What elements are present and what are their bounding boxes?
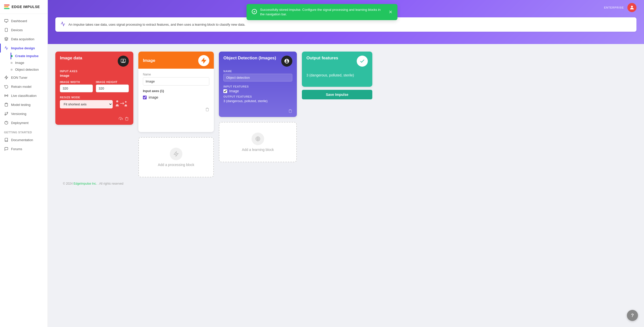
sidebar: EDGE IMPULSE Dashboard Devices Data acqu… (0, 0, 48, 327)
od-delete-button[interactable] (288, 109, 292, 114)
sidebar-item-image-label: Image (15, 61, 24, 65)
output-features-value: 3 (dangerous, polluted, sterile) (306, 73, 368, 77)
od-card-footer (219, 107, 297, 117)
add-learning-block-label: Add a learning block (242, 148, 274, 152)
save-impulse-button[interactable]: Save Impulse (302, 90, 372, 99)
sidebar-item-model-testing[interactable]: Model testing (0, 100, 48, 109)
enterprise-badge: ENTERPRISE (604, 6, 624, 9)
monitor-icon (4, 19, 9, 23)
image-height-input[interactable] (96, 85, 129, 92)
image-data-delete-button[interactable] (125, 117, 129, 122)
output-card-body: 3 (dangerous, polluted, sterile) (302, 69, 372, 85)
svg-rect-3 (5, 28, 7, 31)
svg-point-19 (125, 101, 127, 103)
package-icon (4, 120, 9, 125)
help-button[interactable]: ? (627, 310, 638, 321)
image-name-label: Name (143, 73, 209, 76)
image-name-input[interactable] (143, 77, 209, 86)
sidebar-item-object-detection[interactable]: Object detection (11, 66, 48, 73)
svg-marker-21 (202, 58, 206, 63)
image-card-icon (198, 55, 209, 66)
sidebar-item-forums-label: Forums (11, 147, 22, 151)
image-data-title: Image data (60, 56, 82, 61)
image-card-delete-button[interactable] (205, 107, 209, 112)
image-data-card: Image data Input axes image Image width (55, 52, 133, 125)
object-detection-card-header: Object Detection (Images) (219, 52, 297, 70)
output-features-card: Output features 3 (dangerous, polluted, … (302, 52, 372, 87)
image-processing-card: Image Name Input axes (1) image (138, 52, 214, 132)
od-input-features-item: Image (229, 89, 239, 93)
od-input-features-checkbox[interactable] (223, 89, 227, 93)
impulse-design-subnav: Create impulse Image Object detection (0, 53, 48, 73)
sidebar-item-dashboard[interactable]: Dashboard (0, 16, 48, 25)
activity-icon (4, 46, 9, 50)
add-processing-icon (170, 148, 182, 160)
resize-mode-select[interactable]: Fit shortest axis Fit longest axis Squas… (60, 100, 113, 108)
sidebar-item-object-detection-label: Object detection (15, 68, 39, 71)
sidebar-item-deployment-label: Deployment (11, 121, 28, 125)
sidebar-item-deployment[interactable]: Deployment (0, 118, 48, 127)
svg-marker-5 (5, 37, 8, 39)
learning-blocks-section: Object Detection (Images) Name Input fea… (219, 52, 297, 162)
image-height-label: Image height (96, 80, 129, 84)
page-footer: © 2024 EdgeImpulse Inc. . All rights res… (55, 177, 636, 190)
sidebar-item-data-acquisition[interactable]: Data acquisition (0, 34, 48, 44)
sidebar-item-retrain-model-label: Retrain model (11, 85, 31, 89)
od-input-features-label: Input features (223, 85, 292, 88)
add-processing-block-label: Add a processing block (158, 163, 194, 167)
image-data-card-footer (55, 115, 133, 125)
svg-point-11 (5, 114, 6, 115)
svg-point-7 (6, 95, 7, 96)
getting-started-label: GETTING STARTED (0, 127, 48, 135)
create-impulse-dot (11, 55, 13, 57)
app-title: EDGE IMPULSE (12, 5, 40, 9)
sidebar-item-data-acquisition-label: Data acquisition (11, 37, 34, 41)
sidebar-item-retrain-model[interactable]: Retrain model (0, 82, 48, 91)
sidebar-logo: EDGE IMPULSE (0, 0, 48, 14)
toast-close-button[interactable]: ✕ (389, 9, 392, 15)
svg-line-12 (6, 121, 7, 122)
sidebar-item-versioning[interactable]: Versioning (0, 109, 48, 118)
info-banner-text: An impulse takes raw data, uses signal p… (68, 23, 245, 26)
sidebar-item-devices-label: Devices (11, 28, 23, 32)
image-data-card-header: Image data (55, 52, 133, 70)
sidebar-item-eon-tuner[interactable]: EON Tuner (0, 73, 48, 82)
message-icon (4, 147, 9, 151)
object-detection-card-body: Name Input features Image Output feature… (219, 70, 297, 107)
image-data-upload-button[interactable] (119, 117, 123, 122)
od-name-input[interactable] (223, 74, 292, 81)
content-area: Image data Input axes image Image width (48, 44, 644, 327)
image-input-axes-label: Input axes (1) (143, 89, 209, 93)
object-detection-dot (11, 69, 13, 71)
sidebar-item-create-impulse[interactable]: Create impulse (11, 53, 48, 59)
image-data-card-body: Input axes image Image width Image heigh… (55, 70, 133, 115)
sidebar-item-documentation[interactable]: Documentation (0, 135, 48, 144)
resize-mode-label: Resize mode (60, 96, 129, 99)
dimensions-row: Image width Image height (60, 80, 129, 92)
image-axes-checkbox[interactable] (143, 96, 147, 99)
image-width-group: Image width (60, 80, 93, 92)
add-processing-block-card[interactable]: Add a processing block (138, 137, 214, 177)
add-learning-block-card[interactable]: Add a learning block (219, 122, 297, 162)
output-card-header: Output features (302, 52, 372, 69)
layers-icon (4, 37, 9, 41)
sidebar-item-devices[interactable]: Devices (0, 25, 48, 34)
output-check-icon (357, 56, 368, 67)
footer-company-link[interactable]: EdgeImpulse Inc. (73, 182, 97, 185)
activity-banner-icon (60, 21, 65, 28)
image-dot (11, 62, 13, 64)
sidebar-item-impulse-design-label: Impulse design (11, 46, 35, 50)
image-width-input[interactable] (60, 85, 93, 92)
logo-icon (4, 5, 10, 9)
sidebar-item-live-classification[interactable]: Live classification (0, 91, 48, 100)
sidebar-nav: Dashboard Devices Data acquisition Impul… (0, 14, 48, 327)
sidebar-item-versioning-label: Versioning (11, 112, 26, 116)
avatar[interactable] (627, 3, 636, 12)
od-input-features-checkbox-row: Image (223, 89, 292, 93)
sidebar-item-forums[interactable]: Forums (0, 144, 48, 153)
refresh-icon (4, 84, 9, 89)
blocks-row: Image data Input axes image Image width (55, 52, 636, 177)
svg-rect-0 (5, 19, 8, 22)
sidebar-item-impulse-design[interactable]: Impulse design (0, 44, 48, 53)
sidebar-item-image[interactable]: Image (11, 59, 48, 66)
